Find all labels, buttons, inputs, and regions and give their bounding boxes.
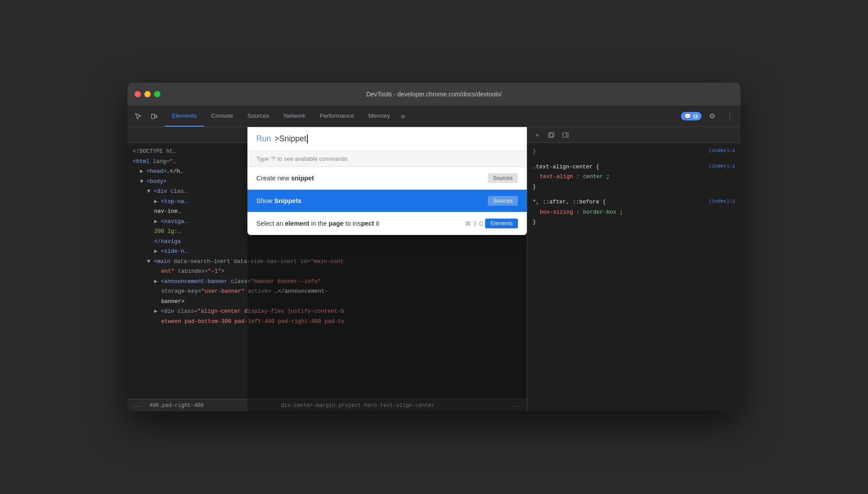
css-selector-line: *, ::after, ::before { — [533, 197, 735, 207]
command-input-row: Run >Snippet — [247, 127, 527, 151]
tab-network[interactable]: Network — [276, 106, 313, 127]
devtools-window: DevTools - developer.chrome.com/docs/dev… — [127, 83, 741, 411]
command-palette: Run >Snippet Type '?' to see available c… — [247, 127, 527, 235]
add-style-btn[interactable]: + — [531, 129, 543, 141]
left-panel: ut » <!DOCTYPE ht… <html lang="… ▶ <head… — [127, 127, 527, 411]
shortcut-c: C — [479, 220, 483, 227]
svg-rect-4 — [563, 133, 568, 137]
notification-count: 15 — [693, 114, 698, 119]
breadcrumb-pad[interactable]: 400.pad-right-400 — [149, 402, 203, 409]
css-selector-line: .text-align-center { — [533, 162, 735, 172]
settings-icon: ⚙ — [709, 112, 715, 120]
traffic-lights — [135, 91, 160, 97]
more-options-button[interactable]: ⋮ — [723, 109, 737, 124]
styles-panel-toolbar: + — [527, 127, 741, 143]
device-toolbar-icon[interactable] — [147, 109, 161, 124]
main-content: ut » <!DOCTYPE ht… <html lang="… ▶ <head… — [127, 127, 741, 411]
minimize-button[interactable] — [144, 91, 151, 97]
css-block-1: (index):1 .text-align-center { text-alig… — [533, 162, 735, 192]
css-source-2[interactable]: (index):1 — [709, 197, 735, 206]
svg-rect-0 — [151, 114, 155, 119]
tab-elements[interactable]: Elements — [165, 106, 204, 127]
css-block-2: (index):1 *, ::after, ::before { box-siz… — [533, 197, 735, 227]
right-panel: + (index):1 — [527, 127, 741, 411]
notification-badge[interactable]: 💬 15 — [681, 112, 701, 120]
css-close-line: } — [533, 217, 735, 227]
title-bar: DevTools - developer.chrome.com/docs/dev… — [127, 83, 741, 106]
command-input-value: >Snippet — [275, 134, 307, 143]
breadcrumb-ellipsis: ... — [133, 402, 143, 409]
command-item-text-selected: Show Snippets — [256, 197, 302, 204]
css-close-line: } — [533, 182, 735, 192]
command-cursor — [307, 135, 308, 143]
devtools-tabs: Elements Console Sources Network Perform… — [165, 106, 681, 127]
more-tabs-button[interactable]: » — [397, 110, 409, 123]
css-source-1[interactable]: (index):1 — [709, 162, 735, 171]
shortcut-cmd: ⌘ — [465, 220, 471, 227]
settings-button[interactable]: ⚙ — [705, 109, 719, 124]
command-shortcuts: ⌘ ⇧ C Elements — [465, 219, 518, 228]
svg-rect-1 — [155, 115, 157, 118]
shortcut-shift: ⇧ — [473, 220, 478, 227]
command-list: Create new snippet Sources Show Snippets… — [247, 167, 527, 235]
command-hint: Type '?' to see available commands — [247, 151, 527, 167]
css-line: } — [533, 147, 735, 157]
tab-console[interactable]: Console — [204, 106, 240, 127]
css-property-line: text-align : center ; — [533, 172, 735, 182]
maximize-button[interactable] — [154, 91, 160, 97]
tab-performance[interactable]: Performance — [313, 106, 361, 127]
notification-icon: 💬 — [684, 113, 691, 120]
command-run-label: Run — [256, 134, 271, 143]
css-block-0: (index):1 } — [533, 147, 735, 157]
command-badge-sources-2: Sources — [488, 196, 518, 206]
inspect-icon[interactable] — [131, 109, 145, 124]
toolbar-icons — [131, 109, 161, 124]
command-item-text: Create new snippet — [256, 175, 314, 182]
command-item-show-snippets[interactable]: Show Snippets Sources — [247, 190, 527, 212]
css-property-line: box-sizing : border-box ; — [533, 207, 735, 218]
toggle-sidebar-btn[interactable] — [559, 129, 572, 141]
command-item-text-3: Select an element in the page to inspect… — [256, 220, 379, 227]
command-badge-elements: Elements — [485, 219, 518, 228]
css-source-0[interactable]: (index):1 — [709, 147, 735, 155]
command-palette-overlay: Run >Snippet Type '?' to see available c… — [247, 127, 527, 411]
devtools-toolbar: Elements Console Sources Network Perform… — [127, 106, 741, 127]
tab-sources[interactable]: Sources — [240, 106, 277, 127]
command-input-text[interactable]: >Snippet — [275, 134, 308, 143]
window-title: DevTools - developer.chrome.com/docs/dev… — [366, 91, 502, 98]
copy-styles-btn[interactable] — [545, 129, 557, 141]
tab-memory[interactable]: Memory — [361, 106, 397, 127]
styles-content[interactable]: (index):1 } (index):1 .text-align-center… — [527, 143, 741, 411]
command-badge-sources-1: Sources — [488, 173, 518, 183]
close-button[interactable] — [135, 91, 141, 97]
command-item-create-snippet[interactable]: Create new snippet Sources — [247, 167, 527, 190]
toolbar-right: 💬 15 ⚙ ⋮ — [681, 109, 737, 124]
command-item-select-element[interactable]: Select an element in the page to inspect… — [247, 212, 527, 235]
more-options-icon: ⋮ — [726, 112, 733, 120]
